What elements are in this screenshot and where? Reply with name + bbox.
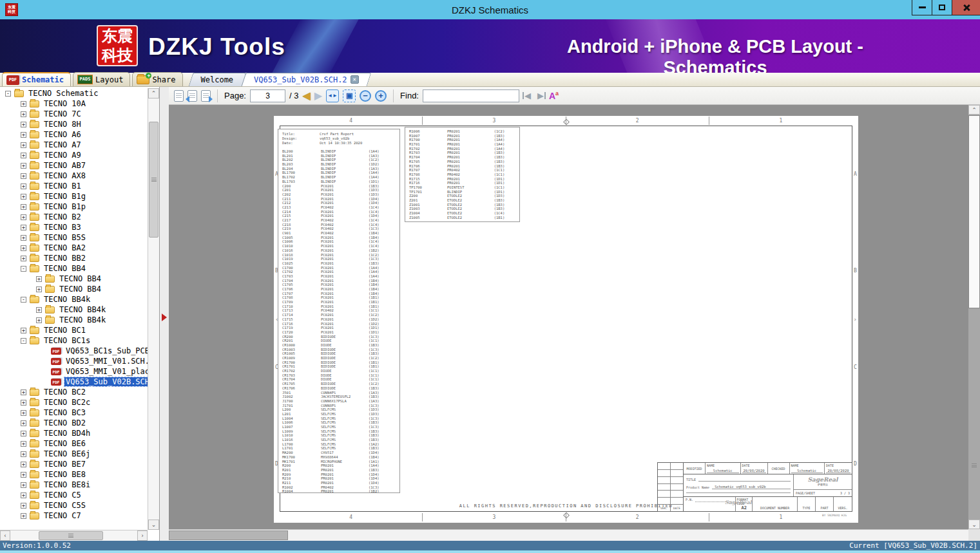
expand-icon[interactable]: + — [21, 482, 26, 488]
collapse-icon[interactable]: - — [5, 91, 11, 97]
tree-item-folder[interactable]: +TECNO B2 — [0, 212, 148, 222]
expand-icon[interactable]: + — [21, 163, 26, 169]
tree-item-folder[interactable]: +TECNO C5S — [0, 500, 148, 511]
expand-icon[interactable]: + — [21, 183, 26, 189]
zoom-in-button[interactable]: + — [375, 90, 387, 102]
expand-icon[interactable]: + — [21, 214, 26, 220]
scrollbar-thumb[interactable] — [169, 530, 288, 540]
scroll-right-icon[interactable]: › — [137, 530, 148, 541]
close-tab-icon[interactable]: ✕ — [351, 75, 359, 84]
tree-item-folder[interactable]: +TECNO BE8i — [0, 480, 148, 490]
tab-schematic[interactable]: PDF Schematic — [2, 72, 71, 86]
viewer-horizontal-scrollbar[interactable] — [169, 529, 968, 541]
tree-item-folder[interactable]: +TECNO 8H — [0, 119, 148, 129]
tree-item-folder[interactable]: +TECNO BA2 — [0, 243, 148, 253]
viewer-canvas[interactable]: 4321 4321 ABCD ABCD ‹ › Title:Cref Part … — [169, 105, 968, 529]
expand-icon[interactable]: + — [21, 328, 26, 333]
tree-item-folder[interactable]: +TECNO BE6 — [0, 438, 148, 449]
scroll-down-icon[interactable]: ⌄ — [968, 520, 980, 529]
tree-item-folder[interactable]: +TECNO BE8 — [0, 469, 148, 480]
expand-icon[interactable]: + — [21, 153, 26, 158]
tab-layout[interactable]: PADS Layout — [73, 72, 130, 86]
viewer-vertical-scrollbar[interactable]: ⌃ ⌄ — [968, 105, 980, 529]
tree-item-pdf[interactable]: PDFVQ653_Sub_V02B.SCH.2 — [0, 377, 148, 387]
clipboard-icon[interactable] — [174, 90, 184, 102]
zoom-out-button[interactable]: − — [360, 90, 371, 102]
expand-icon[interactable]: + — [21, 235, 26, 241]
scroll-down-icon[interactable]: ⌄ — [148, 520, 159, 530]
tree-item-folder[interactable]: -TECNO BB4 — [0, 263, 148, 274]
tree-item-folder[interactable]: +TECNO BE6j — [0, 449, 148, 459]
tree-vertical-scrollbar[interactable]: ⌃ ⌄ — [148, 88, 159, 530]
tree-item-pdf[interactable]: PDFVQ653_BC1s_Sub_PCB_V02B_p — [0, 346, 148, 356]
tab-share[interactable]: + Share — [132, 72, 182, 86]
tree-item-folder[interactable]: -TECNO Schematic — [0, 88, 148, 98]
expand-icon[interactable]: + — [21, 400, 26, 406]
expand-icon[interactable]: + — [21, 513, 26, 519]
scroll-left-icon[interactable]: ‹ — [0, 530, 10, 541]
expand-icon[interactable]: + — [21, 204, 26, 210]
tree-item-folder[interactable]: +TECNO BE7 — [0, 459, 148, 469]
expand-icon[interactable]: + — [21, 462, 26, 467]
next-page-button[interactable]: ▶ — [314, 91, 322, 101]
tree-item-folder[interactable]: +TECNO A9 — [0, 150, 148, 160]
find-next-icon[interactable]: ▶ — [536, 91, 545, 100]
tree-item-folder[interactable]: -TECNO BC1s — [0, 335, 148, 346]
expand-icon[interactable]: + — [21, 492, 26, 498]
tree-item-folder[interactable]: +TECNO BB2 — [0, 253, 148, 263]
expand-icon[interactable]: + — [21, 101, 26, 107]
expand-icon[interactable]: + — [21, 132, 26, 138]
expand-icon[interactable]: + — [21, 173, 26, 179]
expand-icon[interactable]: + — [21, 420, 26, 426]
expand-icon[interactable]: + — [36, 276, 42, 282]
page-number-input[interactable] — [250, 89, 285, 102]
tree-item-folder[interactable]: -TECNO BB4k — [0, 294, 148, 305]
scrollbar-thumb[interactable] — [39, 531, 103, 540]
expand-icon[interactable]: + — [21, 122, 26, 127]
expand-icon[interactable]: + — [36, 317, 42, 323]
expand-icon[interactable]: + — [21, 389, 26, 395]
tree-item-folder[interactable]: +TECNO BB4 — [0, 274, 148, 284]
tree-horizontal-scrollbar[interactable]: ‹ › — [0, 530, 148, 541]
scroll-up-icon[interactable]: ⌃ — [968, 105, 980, 115]
close-button[interactable] — [952, 0, 980, 15]
tree-item-folder[interactable]: +TECNO AB7 — [0, 160, 148, 171]
tree-item-folder[interactable]: +TECNO BC3 — [0, 408, 148, 418]
expand-icon[interactable]: + — [21, 441, 26, 447]
tree-item-pdf[interactable]: PDFVQ653_MMI_V01.SCH.1 — [0, 356, 148, 366]
tree-item-folder[interactable]: +TECNO BC2c — [0, 397, 148, 408]
tree-item-folder[interactable]: +TECNO 10A — [0, 98, 148, 109]
tree-item-folder[interactable]: +TECNO B5S — [0, 232, 148, 243]
tree-item-folder[interactable]: +TECNO C7 — [0, 511, 148, 521]
tree-item-pdf[interactable]: PDFVQ653_MMI_V01_placement — [0, 366, 148, 377]
tree-item-folder[interactable]: +TECNO BB4k — [0, 315, 148, 325]
expand-icon[interactable]: + — [21, 111, 26, 117]
panel-splitter[interactable] — [160, 87, 169, 541]
expand-icon[interactable]: + — [21, 451, 26, 457]
expand-icon[interactable]: + — [21, 410, 26, 416]
tree-item-folder[interactable]: +TECNO A7 — [0, 140, 148, 150]
find-input[interactable] — [423, 89, 519, 102]
tree-item-folder[interactable]: +TECNO BD2 — [0, 418, 148, 428]
tree-item-folder[interactable]: +TECNO B1g — [0, 191, 148, 202]
scrollbar-thumb[interactable] — [149, 122, 159, 238]
expand-icon[interactable]: + — [21, 142, 26, 148]
collapse-icon[interactable]: - — [21, 338, 26, 344]
expand-icon[interactable]: + — [21, 256, 26, 261]
tree-item-folder[interactable]: +TECNO B3 — [0, 222, 148, 232]
expand-icon[interactable]: + — [36, 286, 42, 292]
collapse-panel-icon[interactable] — [162, 314, 167, 321]
doc-tab-schematic-file[interactable]: VQ653_Sub_V02B.SCH.2 ✕ — [244, 73, 369, 86]
expand-icon[interactable]: + — [21, 431, 26, 436]
fit-page-button[interactable]: ▣ — [343, 89, 356, 102]
expand-icon[interactable]: + — [21, 245, 26, 251]
expand-icon[interactable]: + — [21, 194, 26, 200]
tree-item-folder[interactable]: +TECNO BB4k — [0, 305, 148, 315]
minimize-button[interactable] — [912, 0, 932, 15]
tree-item-folder[interactable]: +TECNO C5 — [0, 490, 148, 500]
tree-item-folder[interactable]: +TECNO AX8 — [0, 171, 148, 181]
previous-page-button[interactable]: ◀ — [302, 91, 310, 101]
tree-item-folder[interactable]: +TECNO BC1 — [0, 325, 148, 335]
tree-item-folder[interactable]: +TECNO BD4h — [0, 428, 148, 438]
previous-view-icon[interactable] — [187, 90, 197, 102]
